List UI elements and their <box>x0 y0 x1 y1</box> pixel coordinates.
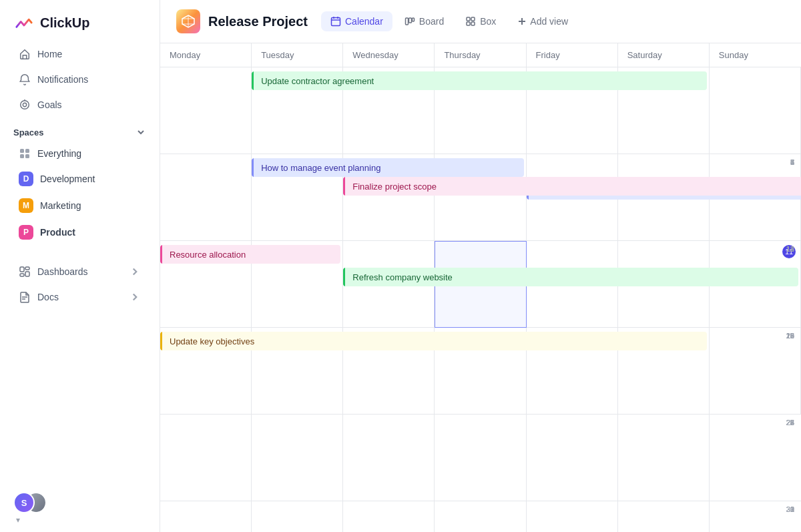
sidebar-item-docs[interactable]: Docs <box>5 285 154 309</box>
tab-box[interactable]: Box <box>456 11 505 31</box>
calendar-weeks: Update contractor agreement1234567How to… <box>160 67 801 532</box>
docs-icon <box>19 291 31 303</box>
svg-rect-7 <box>20 267 24 272</box>
cal-cell-w4-d4[interactable]: 26 <box>527 415 618 501</box>
week-row-4: 22232425262728 <box>160 415 801 501</box>
task-bar-update-key-objectives[interactable]: Update key objectives <box>160 332 707 350</box>
project-icon <box>176 9 200 33</box>
sidebar-item-product[interactable]: P Product <box>5 220 154 245</box>
day-headers: Monday Tuesday Wednesday Thursday Friday… <box>160 43 801 67</box>
svg-rect-21 <box>405 18 408 25</box>
cal-cell-w5-d1[interactable]: 30 <box>252 501 343 532</box>
svg-rect-4 <box>25 149 29 153</box>
tab-board[interactable]: Board <box>395 11 453 31</box>
sidebar-item-goals-label: Goals <box>37 99 62 110</box>
board-tab-icon <box>405 16 415 27</box>
plus-icon <box>517 17 527 26</box>
cal-cell-w4-d6[interactable]: 28 <box>710 415 801 501</box>
cal-cell-w5-d5[interactable]: 3 <box>618 501 710 532</box>
cal-cell-w4-d3[interactable]: 25 <box>435 415 526 501</box>
main-content: Release Project Calendar Board <box>160 0 801 532</box>
spaces-label: Spaces <box>13 127 44 138</box>
task-bar-how-to-manage[interactable]: How to manage event planning <box>252 158 523 177</box>
svg-rect-3 <box>20 149 24 153</box>
cal-cell-w4-d5[interactable]: 27 <box>618 415 710 501</box>
sidebar-item-development[interactable]: D Development <box>5 166 154 192</box>
week-row-1: 1234567How to manage event planningPlan … <box>160 154 801 241</box>
cal-cell-w4-d0[interactable]: 22 <box>160 415 252 501</box>
marketing-badge: M <box>19 198 33 213</box>
cal-cell-w0-d0[interactable] <box>160 67 252 154</box>
tab-calendar[interactable]: Calendar <box>321 11 392 31</box>
task-bar-finalize-project-scope[interactable]: Finalize project scope <box>343 177 801 196</box>
box-tab-icon <box>465 16 476 27</box>
svg-rect-9 <box>25 272 29 276</box>
add-view-button[interactable]: Add view <box>508 11 577 31</box>
logo-text: ClickUp <box>40 15 89 31</box>
svg-rect-10 <box>20 274 24 276</box>
home-icon <box>19 48 31 60</box>
sidebar-item-goals[interactable]: Goals <box>5 93 154 117</box>
logo-area: ClickUp <box>0 0 160 41</box>
day-header-sunday: Sunday <box>710 43 801 67</box>
week-row-3: 15161718192021Update key objectives <box>160 328 801 415</box>
sidebar-item-home[interactable]: Home <box>5 42 154 66</box>
sidebar-item-notifications[interactable]: Notifications <box>5 67 154 91</box>
cal-cell-w4-d1[interactable]: 23 <box>252 415 343 501</box>
dashboards-icon <box>19 266 31 278</box>
chevron-down-icon <box>136 127 146 138</box>
product-badge: P <box>19 225 33 240</box>
user-area[interactable]: S ▾ <box>0 481 160 532</box>
avatar-s: S <box>13 492 35 513</box>
svg-rect-6 <box>25 154 29 158</box>
day-header-tuesday: Tuesday <box>252 43 343 67</box>
day-header-monday: Monday <box>160 43 252 67</box>
task-bar-update-contractor[interactable]: Update contractor agreement <box>252 71 707 90</box>
grid-icon <box>19 148 31 160</box>
cal-cell-w5-d0[interactable]: 29 <box>160 501 252 532</box>
spaces-section-header[interactable]: Spaces <box>0 117 160 142</box>
view-tabs: Calendar Board Box <box>321 11 577 31</box>
docs-label: Docs <box>37 292 59 302</box>
tab-board-label: Board <box>419 16 444 27</box>
day-header-wednesday: Wednesday <box>343 43 435 67</box>
tab-box-label: Box <box>480 16 496 27</box>
task-bar-resource-allocation[interactable]: Resource allocation <box>160 245 340 264</box>
sidebar-item-dashboards[interactable]: Dashboards <box>5 260 154 284</box>
cal-cell-w0-d6[interactable] <box>710 67 801 154</box>
cal-cell-w5-d2[interactable]: 31 <box>343 501 435 532</box>
task-label-how-to-manage: How to manage event planning <box>261 163 380 173</box>
user-chevron-icon: ▾ <box>16 515 20 525</box>
bell-icon <box>19 73 31 85</box>
goals-icon <box>19 99 31 111</box>
svg-rect-22 <box>409 18 411 23</box>
svg-rect-24 <box>467 17 470 21</box>
task-label-update-key-objectives: Update key objectives <box>170 336 254 346</box>
svg-rect-23 <box>412 18 414 21</box>
project-title: Release Project <box>208 14 308 29</box>
add-view-label: Add view <box>530 16 568 27</box>
task-label-finalize-project-scope: Finalize project scope <box>352 182 437 192</box>
sidebar-item-marketing[interactable]: M Marketing <box>5 193 154 218</box>
docs-arrow-icon <box>129 291 141 303</box>
date-label-w2-d6: 14 <box>786 245 794 253</box>
svg-rect-25 <box>471 17 475 21</box>
cal-cell-w5-d3[interactable]: 1 <box>435 501 526 532</box>
task-label-resource-allocation: Resource allocation <box>170 250 246 260</box>
task-bar-refresh-company-website[interactable]: Refresh company website <box>343 268 798 286</box>
sidebar-development-label: Development <box>40 174 95 184</box>
calendar-tab-icon <box>330 16 341 27</box>
day-header-saturday: Saturday <box>618 43 710 67</box>
cal-cell-w3-d6[interactable]: 21 <box>710 328 801 415</box>
tab-calendar-label: Calendar <box>345 16 383 27</box>
date-label-w5-d5: 3 <box>790 505 794 513</box>
cal-cell-w4-d2[interactable]: 24 <box>343 415 435 501</box>
cal-cell-w5-d4[interactable]: 2 <box>527 501 618 532</box>
sidebar: ClickUp Home Notifications Goals Spaces <box>0 0 160 532</box>
week-row-5: 293031123 <box>160 501 801 532</box>
date-label-w1-d6: 7 <box>790 158 794 166</box>
sidebar-marketing-label: Marketing <box>40 200 81 211</box>
date-label-w4-d6: 28 <box>786 419 794 427</box>
cal-cell-w1-d0[interactable]: 1 <box>160 154 252 241</box>
sidebar-item-everything[interactable]: Everything <box>5 142 154 165</box>
